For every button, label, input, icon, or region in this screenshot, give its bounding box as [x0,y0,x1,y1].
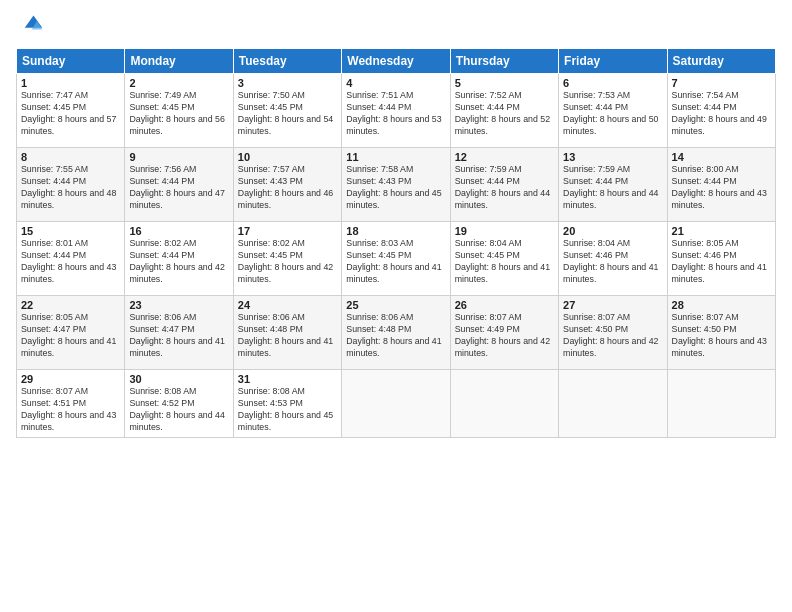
day-number: 7 [672,77,771,89]
cell-info: Sunrise: 7:55 AMSunset: 4:44 PMDaylight:… [21,164,116,210]
day-number: 27 [563,299,662,311]
calendar-cell: 22 Sunrise: 8:05 AMSunset: 4:47 PMDaylig… [17,296,125,370]
calendar-cell: 14 Sunrise: 8:00 AMSunset: 4:44 PMDaylig… [667,148,775,222]
cell-info: Sunrise: 7:59 AMSunset: 4:44 PMDaylight:… [455,164,550,210]
cell-info: Sunrise: 7:54 AMSunset: 4:44 PMDaylight:… [672,90,767,136]
day-number: 19 [455,225,554,237]
day-number: 28 [672,299,771,311]
calendar-cell: 26 Sunrise: 8:07 AMSunset: 4:49 PMDaylig… [450,296,558,370]
calendar-cell: 25 Sunrise: 8:06 AMSunset: 4:48 PMDaylig… [342,296,450,370]
cell-info: Sunrise: 7:52 AMSunset: 4:44 PMDaylight:… [455,90,550,136]
calendar-week-4: 22 Sunrise: 8:05 AMSunset: 4:47 PMDaylig… [17,296,776,370]
cell-info: Sunrise: 8:07 AMSunset: 4:51 PMDaylight:… [21,386,116,432]
day-number: 4 [346,77,445,89]
day-number: 21 [672,225,771,237]
calendar-cell: 5 Sunrise: 7:52 AMSunset: 4:44 PMDayligh… [450,74,558,148]
calendar-week-1: 1 Sunrise: 7:47 AMSunset: 4:45 PMDayligh… [17,74,776,148]
cell-info: Sunrise: 8:02 AMSunset: 4:44 PMDaylight:… [129,238,224,284]
cell-info: Sunrise: 7:59 AMSunset: 4:44 PMDaylight:… [563,164,658,210]
day-number: 16 [129,225,228,237]
day-number: 20 [563,225,662,237]
calendar-cell [667,370,775,438]
cell-info: Sunrise: 8:06 AMSunset: 4:47 PMDaylight:… [129,312,224,358]
calendar-cell: 2 Sunrise: 7:49 AMSunset: 4:45 PMDayligh… [125,74,233,148]
weekday-header-saturday: Saturday [667,49,775,74]
calendar-cell: 20 Sunrise: 8:04 AMSunset: 4:46 PMDaylig… [559,222,667,296]
cell-info: Sunrise: 8:04 AMSunset: 4:46 PMDaylight:… [563,238,658,284]
cell-info: Sunrise: 8:05 AMSunset: 4:47 PMDaylight:… [21,312,116,358]
day-number: 14 [672,151,771,163]
cell-info: Sunrise: 8:02 AMSunset: 4:45 PMDaylight:… [238,238,333,284]
day-number: 5 [455,77,554,89]
calendar-cell: 23 Sunrise: 8:06 AMSunset: 4:47 PMDaylig… [125,296,233,370]
cell-info: Sunrise: 8:00 AMSunset: 4:44 PMDaylight:… [672,164,767,210]
day-number: 26 [455,299,554,311]
day-number: 8 [21,151,120,163]
calendar-cell: 16 Sunrise: 8:02 AMSunset: 4:44 PMDaylig… [125,222,233,296]
day-number: 25 [346,299,445,311]
calendar-cell: 10 Sunrise: 7:57 AMSunset: 4:43 PMDaylig… [233,148,341,222]
weekday-header-row: SundayMondayTuesdayWednesdayThursdayFrid… [17,49,776,74]
day-number: 15 [21,225,120,237]
day-number: 17 [238,225,337,237]
logo [16,12,48,40]
day-number: 13 [563,151,662,163]
day-number: 12 [455,151,554,163]
cell-info: Sunrise: 8:01 AMSunset: 4:44 PMDaylight:… [21,238,116,284]
cell-info: Sunrise: 8:07 AMSunset: 4:50 PMDaylight:… [563,312,658,358]
cell-info: Sunrise: 7:57 AMSunset: 4:43 PMDaylight:… [238,164,333,210]
calendar-week-2: 8 Sunrise: 7:55 AMSunset: 4:44 PMDayligh… [17,148,776,222]
day-number: 11 [346,151,445,163]
weekday-header-thursday: Thursday [450,49,558,74]
day-number: 31 [238,373,337,385]
calendar-cell: 13 Sunrise: 7:59 AMSunset: 4:44 PMDaylig… [559,148,667,222]
cell-info: Sunrise: 8:06 AMSunset: 4:48 PMDaylight:… [238,312,333,358]
calendar-cell: 6 Sunrise: 7:53 AMSunset: 4:44 PMDayligh… [559,74,667,148]
weekday-header-monday: Monday [125,49,233,74]
day-number: 10 [238,151,337,163]
page: SundayMondayTuesdayWednesdayThursdayFrid… [0,0,792,612]
day-number: 3 [238,77,337,89]
weekday-header-tuesday: Tuesday [233,49,341,74]
day-number: 30 [129,373,228,385]
calendar-cell: 1 Sunrise: 7:47 AMSunset: 4:45 PMDayligh… [17,74,125,148]
header [16,12,776,40]
cell-info: Sunrise: 7:51 AMSunset: 4:44 PMDaylight:… [346,90,441,136]
cell-info: Sunrise: 7:56 AMSunset: 4:44 PMDaylight:… [129,164,224,210]
day-number: 18 [346,225,445,237]
day-number: 2 [129,77,228,89]
calendar-cell: 29 Sunrise: 8:07 AMSunset: 4:51 PMDaylig… [17,370,125,438]
calendar-cell: 7 Sunrise: 7:54 AMSunset: 4:44 PMDayligh… [667,74,775,148]
calendar-cell: 8 Sunrise: 7:55 AMSunset: 4:44 PMDayligh… [17,148,125,222]
cell-info: Sunrise: 7:53 AMSunset: 4:44 PMDaylight:… [563,90,658,136]
cell-info: Sunrise: 8:07 AMSunset: 4:49 PMDaylight:… [455,312,550,358]
cell-info: Sunrise: 7:58 AMSunset: 4:43 PMDaylight:… [346,164,441,210]
calendar-cell: 31 Sunrise: 8:08 AMSunset: 4:53 PMDaylig… [233,370,341,438]
calendar-cell: 30 Sunrise: 8:08 AMSunset: 4:52 PMDaylig… [125,370,233,438]
calendar-table: SundayMondayTuesdayWednesdayThursdayFrid… [16,48,776,438]
cell-info: Sunrise: 8:08 AMSunset: 4:53 PMDaylight:… [238,386,333,432]
cell-info: Sunrise: 8:05 AMSunset: 4:46 PMDaylight:… [672,238,767,284]
calendar-cell: 11 Sunrise: 7:58 AMSunset: 4:43 PMDaylig… [342,148,450,222]
calendar-cell: 19 Sunrise: 8:04 AMSunset: 4:45 PMDaylig… [450,222,558,296]
calendar-cell: 3 Sunrise: 7:50 AMSunset: 4:45 PMDayligh… [233,74,341,148]
cell-info: Sunrise: 8:06 AMSunset: 4:48 PMDaylight:… [346,312,441,358]
weekday-header-wednesday: Wednesday [342,49,450,74]
calendar-week-3: 15 Sunrise: 8:01 AMSunset: 4:44 PMDaylig… [17,222,776,296]
calendar-cell: 12 Sunrise: 7:59 AMSunset: 4:44 PMDaylig… [450,148,558,222]
calendar-cell [450,370,558,438]
calendar-cell: 28 Sunrise: 8:07 AMSunset: 4:50 PMDaylig… [667,296,775,370]
calendar-cell [342,370,450,438]
logo-icon [16,12,44,40]
cell-info: Sunrise: 8:07 AMSunset: 4:50 PMDaylight:… [672,312,767,358]
day-number: 6 [563,77,662,89]
calendar-cell: 4 Sunrise: 7:51 AMSunset: 4:44 PMDayligh… [342,74,450,148]
day-number: 22 [21,299,120,311]
day-number: 24 [238,299,337,311]
calendar-cell: 21 Sunrise: 8:05 AMSunset: 4:46 PMDaylig… [667,222,775,296]
calendar-cell [559,370,667,438]
calendar-cell: 15 Sunrise: 8:01 AMSunset: 4:44 PMDaylig… [17,222,125,296]
calendar-cell: 27 Sunrise: 8:07 AMSunset: 4:50 PMDaylig… [559,296,667,370]
day-number: 29 [21,373,120,385]
day-number: 9 [129,151,228,163]
